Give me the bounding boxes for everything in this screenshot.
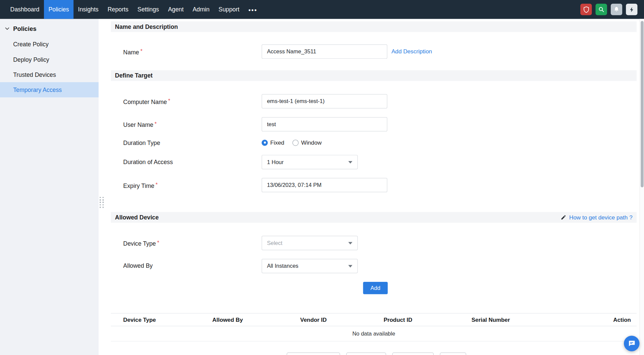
footer-action-button-3[interactable]	[392, 353, 434, 355]
add-description-link[interactable]: Add Description	[391, 48, 432, 55]
duration-of-access-select[interactable]: 1 Hour	[262, 155, 358, 169]
nav-item-reports[interactable]: Reports	[103, 0, 133, 19]
radio-window[interactable]: Window	[292, 139, 322, 146]
allowed-devices-table: Device Type Allowed By Vendor ID Product…	[111, 313, 637, 341]
nav-item-support[interactable]: Support	[214, 0, 244, 19]
section-title: Name and Description	[115, 23, 178, 30]
table-empty-message: No data available	[111, 326, 637, 341]
required-marker: *	[140, 48, 142, 54]
expiry-time-input[interactable]	[262, 178, 387, 192]
duration-of-access-label: Duration of Access	[123, 159, 173, 165]
sidebar-section-label: Policies	[13, 25, 36, 32]
notifications-bell-icon[interactable]	[611, 4, 622, 15]
table-header-row: Device Type Allowed By Vendor ID Product…	[111, 313, 637, 326]
add-device-button[interactable]: Add	[363, 282, 387, 294]
scrollbar-thumb[interactable]	[641, 21, 644, 187]
col-allowed-by: Allowed By	[212, 313, 300, 326]
security-shield-icon[interactable]	[580, 4, 592, 15]
section-header-define-target: Define Target	[111, 70, 637, 81]
name-label: Name*	[123, 48, 142, 55]
nav-item-insights[interactable]: Insights	[73, 0, 103, 19]
chevron-down-icon	[348, 265, 352, 267]
required-marker: *	[155, 121, 157, 127]
name-input[interactable]	[262, 44, 387, 59]
how-to-get-device-path-link[interactable]: How to get device path ?	[569, 214, 633, 221]
col-product-id: Product ID	[384, 313, 472, 326]
radio-dot-icon	[262, 140, 268, 146]
nav-item-policies[interactable]: Policies	[44, 0, 73, 19]
sidebar: Policies Create Policy Deploy Policy Tru…	[0, 19, 99, 355]
sidebar-item-temporary-access[interactable]: Temporary Access	[0, 82, 99, 97]
section-title: Allowed Device	[115, 214, 159, 221]
radio-fixed-label: Fixed	[270, 139, 284, 146]
sidebar-item-deploy-policy[interactable]: Deploy Policy	[0, 52, 99, 67]
vertical-scrollbar[interactable]	[640, 19, 644, 355]
section-header-name-description: Name and Description	[111, 21, 637, 32]
allowed-by-label: Allowed By	[123, 262, 153, 269]
main-content: Name and Description Name* Add Descripti…	[99, 19, 640, 355]
edit-note-icon	[560, 214, 566, 220]
sidebar-item-create-policy[interactable]: Create Policy	[0, 37, 99, 52]
nav-item-dashboard[interactable]: Dashboard	[6, 0, 44, 19]
section-header-allowed-device: Allowed Device How to get device path ?	[111, 212, 637, 223]
app-window: Dashboard Policies Insights Reports Sett…	[0, 0, 644, 355]
computer-name-label: Computer Name*	[123, 98, 170, 105]
radio-fixed[interactable]: Fixed	[262, 139, 284, 146]
sidebar-item-trusted-devices[interactable]: Trusted Devices	[0, 67, 99, 82]
col-device-type: Device Type	[111, 313, 212, 326]
footer-action-button-2[interactable]	[346, 353, 386, 355]
chevron-down-icon	[5, 27, 9, 30]
required-marker: *	[156, 182, 158, 188]
required-marker: *	[168, 98, 170, 104]
device-path-help: How to get device path ?	[560, 214, 632, 221]
panel-resize-handle[interactable]	[100, 197, 104, 208]
quick-actions-lightning-icon[interactable]	[626, 4, 637, 15]
col-action: Action	[600, 313, 637, 326]
topnav-actions	[580, 0, 644, 19]
user-name-input[interactable]	[262, 117, 387, 132]
radio-window-label: Window	[301, 139, 322, 146]
table-empty-row: No data available	[111, 326, 637, 341]
nav-item-settings[interactable]: Settings	[133, 0, 163, 19]
more-menu-icon[interactable]: •••	[244, 0, 262, 19]
nav-item-agent[interactable]: Agent	[163, 0, 188, 19]
chat-bubble-icon	[628, 339, 636, 347]
main-menu: Dashboard Policies Insights Reports Sett…	[0, 0, 262, 19]
duration-type-radio-group: Fixed Window	[262, 139, 322, 146]
chevron-down-icon	[348, 242, 352, 244]
sidebar-section-policies[interactable]: Policies	[0, 19, 99, 37]
required-marker: *	[157, 240, 159, 246]
duration-type-label: Duration Type	[123, 140, 160, 146]
top-navigation: Dashboard Policies Insights Reports Sett…	[0, 0, 644, 19]
section-title: Define Target	[115, 72, 153, 79]
nav-item-admin[interactable]: Admin	[188, 0, 214, 19]
chat-widget-button[interactable]	[624, 336, 640, 351]
expiry-time-label: Expiry Time*	[123, 182, 158, 189]
device-type-label: Device Type*	[123, 240, 159, 247]
radio-dot-icon	[292, 140, 299, 146]
user-name-label: User Name*	[123, 121, 157, 128]
footer-action-button-1[interactable]	[287, 353, 340, 355]
chevron-down-icon	[348, 161, 352, 163]
footer-action-button-4[interactable]	[440, 353, 466, 355]
allowed-by-select[interactable]: All Instances	[262, 259, 358, 273]
search-icon[interactable]	[596, 4, 607, 15]
col-serial-number: Serial Number	[472, 313, 600, 326]
col-vendor-id: Vendor ID	[300, 313, 384, 326]
device-type-select[interactable]: Select	[262, 236, 358, 250]
computer-name-input[interactable]	[262, 94, 387, 108]
